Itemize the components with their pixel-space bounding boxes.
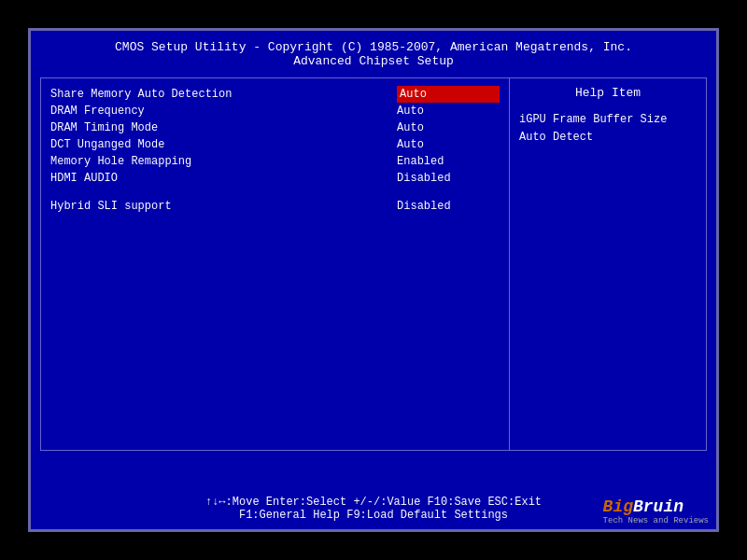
- title-line2: Advanced Chipset Setup: [40, 54, 707, 68]
- setting-name: Hybrid SLI support: [50, 198, 397, 215]
- table-row: Memory Hole RemappingEnabled: [50, 153, 500, 170]
- main-area: Share Memory Auto DetectionAutoDRAM Freq…: [40, 77, 707, 451]
- title-area: CMOS Setup Utility - Copyright (C) 1985-…: [40, 40, 707, 68]
- help-line1: iGPU Frame Buffer Size: [519, 113, 667, 126]
- setting-value[interactable]: Auto: [397, 86, 500, 103]
- table-row: HDMI AUDIODisabled: [50, 170, 500, 187]
- setting-value: Auto: [397, 119, 500, 136]
- table-row: DRAM FrequencyAuto: [50, 103, 500, 119]
- setting-name: DRAM Timing Mode: [50, 119, 397, 136]
- help-text: iGPU Frame Buffer Size Auto Detect: [519, 111, 697, 147]
- bios-screen: CMOS Setup Utility - Copyright (C) 1985-…: [28, 28, 719, 532]
- setting-name: HDMI AUDIO: [50, 170, 397, 187]
- table-row: DCT Unganged ModeAuto: [50, 136, 500, 153]
- setting-value: Enabled: [397, 153, 500, 170]
- table-row: Hybrid SLI supportDisabled: [50, 198, 500, 215]
- setting-name: DRAM Frequency: [50, 103, 397, 119]
- setting-value: Disabled: [397, 198, 500, 215]
- settings-table: Share Memory Auto DetectionAutoDRAM Freq…: [50, 86, 500, 215]
- watermark-sub: Tech News and Reviews: [603, 516, 709, 525]
- setting-name: DCT Unganged Mode: [50, 136, 397, 153]
- help-line2: Auto Detect: [519, 131, 593, 144]
- setting-name: Memory Hole Remapping: [50, 153, 397, 170]
- watermark-big: Big: [603, 497, 633, 516]
- watermark-bruin: Bruin: [633, 497, 684, 516]
- table-row: Share Memory Auto DetectionAuto: [50, 86, 500, 103]
- setting-value: Disabled: [397, 170, 500, 187]
- left-panel: Share Memory Auto DetectionAutoDRAM Freq…: [41, 78, 510, 450]
- setting-value: Auto: [397, 103, 500, 119]
- title-line1: CMOS Setup Utility - Copyright (C) 1985-…: [40, 40, 707, 54]
- setting-name: Share Memory Auto Detection: [50, 86, 397, 103]
- table-row: DRAM Timing ModeAuto: [50, 119, 500, 136]
- help-title: Help Item: [519, 86, 697, 100]
- watermark: BigBruin Tech News and Reviews: [603, 497, 709, 525]
- right-panel: Help Item iGPU Frame Buffer Size Auto De…: [510, 78, 706, 450]
- setting-value: Auto: [397, 136, 500, 153]
